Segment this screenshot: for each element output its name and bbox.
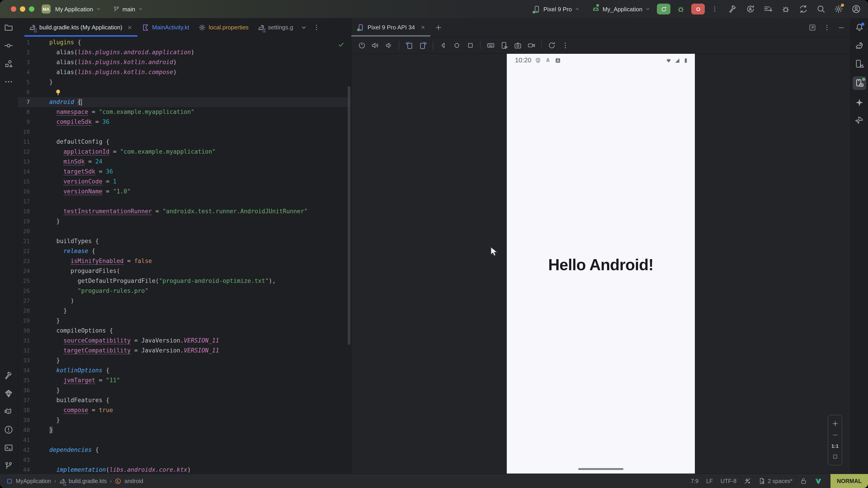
inspections-ok-icon[interactable] bbox=[338, 41, 344, 48]
encoding[interactable]: UTF-8 bbox=[721, 478, 737, 484]
code-line[interactable]: 41 bbox=[18, 435, 351, 445]
tab-mainactivity[interactable]: MainActivity.kt bbox=[137, 18, 194, 37]
gesture-navigation-pill[interactable] bbox=[578, 468, 623, 470]
indent-widget[interactable]: 2 spaces* bbox=[758, 478, 793, 484]
device-manager-icon[interactable] bbox=[854, 58, 865, 69]
tab-settings-gradle[interactable]: settings.g bbox=[253, 18, 298, 37]
device-selector[interactable]: Pixel 9 Pro bbox=[533, 5, 580, 13]
code-line[interactable]: 8 namespace = "com.example.myapplication… bbox=[18, 107, 351, 117]
apply-changes-icon[interactable] bbox=[746, 4, 755, 13]
code-line[interactable]: 44 implementation(libs.androidx.core.ktx… bbox=[18, 465, 351, 474]
resource-manager-icon[interactable] bbox=[3, 58, 14, 69]
breadcrumb-item[interactable]: build.gradle.kts bbox=[69, 478, 107, 484]
editor-scrollbar[interactable] bbox=[348, 86, 350, 345]
more-run-options-icon[interactable] bbox=[711, 5, 718, 13]
problems-icon[interactable] bbox=[3, 424, 14, 435]
code-line[interactable]: 20 bbox=[18, 226, 351, 236]
tab-local-properties[interactable]: local.properties bbox=[194, 18, 253, 37]
code-line[interactable]: 22 release { bbox=[18, 246, 351, 256]
breadcrumb-item[interactable]: android bbox=[125, 478, 143, 484]
code-line[interactable]: 35 jvmTarget = "11" bbox=[18, 376, 351, 385]
code-line[interactable]: 25 getDefaultProguardFile("proguard-andr… bbox=[18, 276, 351, 286]
screen-record-icon[interactable] bbox=[525, 39, 537, 51]
ideavim-icon[interactable] bbox=[815, 477, 822, 485]
zoom-window-button[interactable] bbox=[29, 6, 34, 12]
code-line[interactable]: 18 testInstrumentationRunner = "androidx… bbox=[18, 206, 351, 217]
attach-debugger-icon[interactable] bbox=[781, 4, 790, 13]
logcat-icon[interactable] bbox=[3, 406, 14, 417]
commit-icon[interactable] bbox=[3, 40, 14, 51]
code-line[interactable]: 17 bbox=[18, 197, 351, 206]
unlock-icon[interactable] bbox=[800, 478, 807, 484]
build-hammer-icon[interactable] bbox=[728, 4, 737, 13]
vcs-widget[interactable]: main bbox=[113, 6, 143, 12]
close-window-button[interactable] bbox=[11, 6, 16, 12]
gemini-icon[interactable] bbox=[854, 97, 865, 108]
macos-traffic-lights[interactable] bbox=[11, 6, 34, 12]
notifications-icon[interactable] bbox=[854, 22, 865, 33]
gradle-icon[interactable] bbox=[854, 40, 865, 51]
code-line[interactable]: 39 } bbox=[18, 415, 351, 425]
emulator-screen[interactable]: 10:20 Hello Android! bbox=[507, 54, 695, 474]
terminal-icon[interactable] bbox=[3, 442, 14, 453]
gem-icon[interactable] bbox=[3, 388, 14, 399]
restart-device-icon[interactable] bbox=[546, 39, 557, 51]
line-ending[interactable]: LF bbox=[706, 478, 713, 484]
code-line[interactable]: 23 isMinifyEnabled = false bbox=[18, 256, 351, 266]
panel-options-icon[interactable] bbox=[823, 24, 831, 31]
code-line[interactable]: 26 "proguard-rules.pro" bbox=[18, 286, 351, 296]
account-icon[interactable] bbox=[852, 4, 861, 13]
profiler-icon[interactable] bbox=[764, 4, 773, 13]
screenshot-icon[interactable] bbox=[512, 39, 524, 51]
code-line[interactable]: 36 } bbox=[18, 385, 351, 395]
caret-position[interactable]: 7:9 bbox=[691, 478, 699, 484]
code-editor[interactable]: 1plugins {2 alias(libs.plugins.android.a… bbox=[18, 37, 351, 474]
code-line[interactable]: 4 alias(libs.plugins.kotlin.compose) bbox=[18, 67, 351, 77]
search-everywhere-icon[interactable] bbox=[816, 4, 826, 13]
zoom-out-icon[interactable] bbox=[832, 431, 838, 438]
open-in-window-icon[interactable] bbox=[809, 24, 816, 31]
code-line[interactable]: 43 bbox=[18, 455, 351, 465]
power-icon[interactable] bbox=[356, 39, 368, 51]
more-options-icon[interactable] bbox=[559, 39, 571, 51]
code-line[interactable]: 1plugins { bbox=[18, 37, 351, 47]
volume-down-icon[interactable] bbox=[383, 39, 395, 51]
code-line[interactable]: 15 versionCode = 1 bbox=[18, 177, 351, 187]
plane-icon[interactable] bbox=[854, 115, 865, 126]
code-line[interactable]: 28 } bbox=[18, 306, 351, 316]
version-control-icon[interactable] bbox=[3, 460, 14, 471]
tab-options-icon[interactable] bbox=[313, 24, 320, 31]
more-tool-windows-icon[interactable] bbox=[3, 76, 14, 87]
code-line[interactable]: 10 bbox=[18, 127, 351, 137]
code-line[interactable]: 11 defaultConfig { bbox=[18, 137, 351, 147]
running-devices-icon[interactable] bbox=[852, 76, 866, 90]
hide-panel-icon[interactable] bbox=[838, 24, 845, 31]
code-line[interactable]: 21 buildTypes { bbox=[18, 236, 351, 246]
code-line[interactable]: 40} bbox=[18, 425, 351, 435]
intention-bulb-icon[interactable] bbox=[55, 89, 61, 96]
volume-up-icon[interactable] bbox=[369, 39, 381, 51]
minimize-window-button[interactable] bbox=[20, 6, 25, 12]
stop-button[interactable] bbox=[691, 4, 705, 14]
vim-mode-badge[interactable]: NORMAL bbox=[831, 474, 868, 488]
code-line[interactable]: 7android { bbox=[18, 97, 351, 107]
project-widget[interactable]: My Application bbox=[55, 6, 101, 12]
close-tab-icon[interactable] bbox=[420, 24, 426, 30]
code-line[interactable]: 14 targetSdk = 36 bbox=[18, 167, 351, 177]
sync-icon[interactable] bbox=[799, 4, 808, 13]
debug-button[interactable] bbox=[677, 5, 685, 13]
project-icon[interactable] bbox=[3, 22, 14, 33]
code-line[interactable]: 19 } bbox=[18, 217, 351, 226]
rerun-button[interactable] bbox=[657, 4, 671, 14]
code-line[interactable]: 5} bbox=[18, 77, 351, 87]
code-line[interactable]: 33 } bbox=[18, 356, 351, 365]
code-line[interactable]: 32 targetCompatibility = JavaVersion.VER… bbox=[18, 346, 351, 356]
android-home-icon[interactable] bbox=[451, 39, 463, 51]
device-tab[interactable]: Pixel 9 Pro API 34 bbox=[351, 18, 430, 37]
code-line[interactable]: 34 kotlinOptions { bbox=[18, 365, 351, 376]
build-icon[interactable] bbox=[3, 370, 14, 381]
zoom-1to1-button[interactable]: 1:1 bbox=[831, 443, 839, 449]
show-hidden-tabs-icon[interactable] bbox=[301, 24, 308, 31]
code-line[interactable]: 16 versionName = "1.0" bbox=[18, 187, 351, 197]
android-overview-icon[interactable] bbox=[464, 39, 476, 51]
